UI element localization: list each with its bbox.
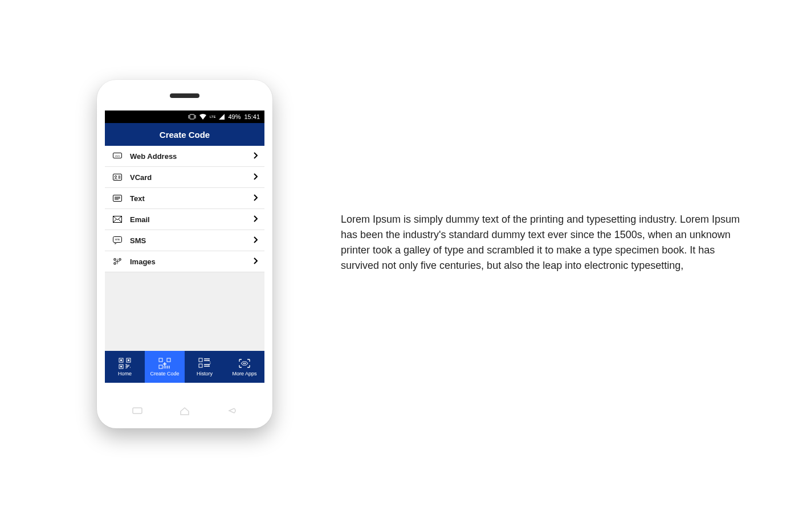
description-text: Lorem Ipsum is simply dummy text of the …: [341, 80, 740, 273]
list-item-label: Text: [130, 194, 253, 203]
nav-label: Create Code: [150, 371, 179, 377]
svg-rect-17: [167, 358, 170, 362]
svg-point-9: [117, 261, 119, 263]
svg-rect-24: [133, 408, 142, 414]
battery-percent: 49%: [228, 113, 241, 120]
status-bar: LTE 49% 15:41: [105, 111, 264, 123]
svg-rect-15: [120, 366, 122, 367]
svg-rect-13: [128, 359, 129, 361]
svg-rect-0: [190, 114, 194, 119]
svg-point-23: [245, 363, 246, 364]
chevron-right-icon: [253, 193, 258, 203]
sms-icon: sms: [112, 236, 123, 244]
svg-text:sms: sms: [115, 238, 120, 241]
phone-speaker: [170, 93, 199, 98]
list-item-label: VCard: [130, 173, 253, 182]
list-item-email[interactable]: Email: [105, 209, 264, 230]
svg-rect-16: [159, 358, 162, 362]
svg-rect-19: [199, 358, 202, 362]
svg-point-21: [243, 363, 244, 364]
list-item-text[interactable]: Text: [105, 188, 264, 209]
signal-icon: [219, 114, 225, 120]
phone-mockup: LTE 49% 15:41 Create Code www Web Addres…: [97, 80, 272, 428]
chevron-right-icon: [253, 214, 258, 224]
nav-label: More Apps: [232, 371, 256, 377]
chevron-right-icon: [253, 151, 258, 161]
home-button[interactable]: [179, 407, 190, 418]
list-item-vcard[interactable]: VCard: [105, 167, 264, 188]
vibrate-icon: [188, 114, 196, 120]
nav-label: Home: [118, 371, 132, 377]
recent-apps-button[interactable]: [132, 407, 143, 418]
nav-history[interactable]: History: [185, 351, 225, 383]
more-apps-icon: [238, 358, 251, 369]
create-code-list: www Web Address VCard: [105, 146, 264, 272]
network-lte-icon: LTE: [210, 115, 216, 118]
list-item-images[interactable]: Images: [105, 251, 264, 272]
empty-area: [105, 272, 264, 351]
bottom-nav: Home Create Code History: [105, 351, 264, 383]
svg-text:www: www: [115, 154, 120, 157]
svg-rect-18: [159, 365, 162, 369]
vcard-icon: [112, 174, 123, 181]
list-item-sms[interactable]: sms SMS: [105, 230, 264, 251]
app-header: Create Code: [105, 123, 264, 146]
nav-create-code[interactable]: Create Code: [145, 351, 185, 383]
wifi-icon: [199, 114, 206, 120]
list-item-label: SMS: [130, 236, 253, 245]
nav-home[interactable]: Home: [105, 351, 145, 383]
svg-point-4: [115, 175, 116, 177]
list-item-web-address[interactable]: www Web Address: [105, 146, 264, 167]
svg-rect-20: [199, 364, 202, 367]
page-title: Create Code: [160, 130, 210, 140]
text-icon: [112, 195, 123, 202]
chevron-right-icon: [253, 256, 258, 267]
qr-home-icon: [118, 358, 132, 369]
clock-time: 15:41: [244, 113, 260, 120]
nav-label: History: [197, 371, 213, 377]
chevron-right-icon: [253, 235, 258, 245]
list-item-label: Images: [130, 257, 253, 266]
chevron-right-icon: [253, 172, 258, 182]
qr-history-icon: [198, 358, 211, 369]
email-icon: [112, 216, 123, 223]
hardware-buttons: [97, 399, 272, 427]
www-icon: www: [112, 153, 123, 159]
svg-rect-11: [120, 359, 122, 361]
back-button[interactable]: [226, 407, 238, 418]
list-item-label: Web Address: [130, 152, 253, 161]
images-icon: [112, 257, 123, 265]
svg-point-22: [244, 363, 245, 364]
list-item-label: Email: [130, 215, 253, 224]
phone-screen: LTE 49% 15:41 Create Code www Web Addres…: [105, 111, 264, 383]
nav-more-apps[interactable]: More Apps: [225, 351, 264, 383]
qr-create-icon: [158, 358, 172, 369]
